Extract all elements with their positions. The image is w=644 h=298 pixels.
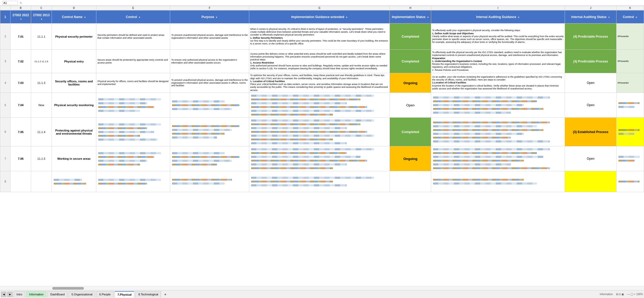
cell-b7[interactable]: 7.06 — [10, 146, 31, 171]
cell-k8[interactable] — [617, 171, 644, 192]
cell-e3[interactable]: Secure areas should be protected by appr… — [96, 50, 170, 73]
cell-h4[interactable]: Ongoing — [390, 73, 431, 93]
cell-h6[interactable]: Completed — [390, 118, 431, 146]
col-k-letter[interactable]: K — [617, 6, 644, 10]
cell-d7[interactable]: Working in secure areas — [52, 146, 96, 171]
filter-arrow-b[interactable]: ▼ — [20, 18, 22, 20]
cell-e5[interactable] — [96, 93, 170, 118]
tab-nav-prev[interactable]: ◀ — [1, 292, 6, 297]
header-col-h[interactable]: Implementation Status ▼ — [390, 10, 431, 24]
filter-arrow-e[interactable]: ▼ — [138, 16, 141, 19]
tab-intro[interactable]: Intro — [14, 291, 25, 297]
cell-d3[interactable]: Physical entry — [52, 50, 96, 73]
cell-g5[interactable] — [249, 93, 390, 118]
cell-g7[interactable] — [249, 146, 390, 171]
cell-i8[interactable] — [431, 171, 565, 192]
cell-b8[interactable] — [10, 171, 31, 192]
cell-b4[interactable]: 7.03 — [10, 73, 31, 93]
cell-j5[interactable]: Open — [565, 93, 617, 118]
cell-h3[interactable]: Completed — [390, 50, 431, 73]
cell-e2[interactable]: Security perimeters should be defined an… — [96, 24, 170, 50]
header-col-k[interactable]: Control ▼ — [617, 10, 644, 24]
header-col-f[interactable]: Purpose ▼ — [170, 10, 249, 24]
cell-g2[interactable]: When it comes to physical security, it's… — [249, 24, 390, 50]
cell-i2[interactable]: To effectively audit your organization's… — [431, 24, 565, 50]
col-h-letter[interactable]: H — [390, 6, 431, 10]
cell-c6[interactable]: 11.1.4 — [31, 118, 52, 146]
cell-j6[interactable]: (3) Established Process — [565, 118, 617, 146]
header-col-i[interactable]: Internal Auditing Guidance ▼ — [431, 10, 565, 24]
header-col-d[interactable]: Control Name ▼ — [52, 10, 96, 24]
tab-dashboard[interactable]: DashBoard — [47, 291, 68, 297]
cell-g8[interactable] — [249, 171, 390, 192]
cell-d4[interactable]: Security offices, rooms and facilities — [52, 73, 96, 93]
cell-c2[interactable]: 11.1.1 — [31, 24, 52, 50]
cell-b6[interactable]: 7.05 — [10, 118, 31, 146]
header-col-b[interactable]: 27002 2022 ▼ — [10, 10, 31, 24]
cell-k6[interactable] — [617, 118, 644, 146]
cell-e8[interactable] — [96, 171, 170, 192]
col-d-letter[interactable]: D — [52, 6, 96, 10]
cell-e7[interactable] — [96, 146, 170, 171]
cell-d5[interactable]: Physical security monitoring — [52, 93, 96, 118]
filter-arrow-k[interactable]: ▼ — [635, 16, 637, 19]
cell-h8[interactable] — [390, 171, 431, 192]
filter-arrow-g[interactable]: ▼ — [346, 16, 348, 19]
cell-j4[interactable]: Open — [565, 73, 617, 93]
filter-arrow-c[interactable]: ▼ — [41, 18, 43, 20]
tab-people[interactable]: 6.People — [96, 291, 113, 297]
tab-organizational[interactable]: 5.Organizational — [69, 291, 95, 297]
cell-h5[interactable]: Open — [390, 93, 431, 118]
filter-arrow-h[interactable]: ▼ — [427, 16, 429, 19]
col-j-letter[interactable]: J — [565, 6, 617, 10]
cell-j2[interactable]: (4) Predictable Process — [565, 24, 617, 50]
cell-reference[interactable] — [2, 1, 18, 5]
horizontal-scrollbar[interactable] — [0, 286, 644, 290]
cell-k3[interactable]: #Preventiv — [617, 50, 644, 73]
cell-d2[interactable]: Physical security perimeter — [52, 24, 96, 50]
cell-d6[interactable]: Protecting against physical and environm… — [52, 118, 96, 146]
scrollbar-thumb[interactable] — [52, 287, 84, 290]
cell-j3[interactable]: (4) Predictable Process — [565, 50, 617, 73]
cell-b2[interactable]: 7.01 — [10, 24, 31, 50]
cell-j8[interactable] — [565, 171, 617, 192]
cell-f5[interactable] — [170, 93, 249, 118]
tab-physical[interactable]: 7.Physical — [115, 291, 135, 297]
cell-d8[interactable] — [52, 171, 96, 192]
cell-k2[interactable]: #Preventiv — [617, 24, 644, 50]
cell-i5[interactable] — [431, 93, 565, 118]
tab-technological[interactable]: 8.Technological — [135, 291, 161, 297]
filter-arrow-i[interactable]: ▼ — [518, 16, 520, 19]
header-col-e[interactable]: Control ▼ — [96, 10, 170, 24]
cell-b3[interactable]: 7.02 — [10, 50, 31, 73]
cell-c3[interactable]: 11.1.2 11.1.6 — [31, 50, 52, 73]
cell-b5[interactable]: 7.04 — [10, 93, 31, 118]
col-b-letter[interactable]: B — [10, 6, 31, 10]
cell-c7[interactable]: 11.1.5 — [31, 146, 52, 171]
cell-f4[interactable]: To prevent unauthorized physical access,… — [170, 73, 249, 93]
cell-i3[interactable]: To effectively audit the physical securi… — [431, 50, 565, 73]
filter-arrow-d[interactable]: ▼ — [84, 16, 86, 19]
cell-f6[interactable] — [170, 118, 249, 146]
cell-f3[interactable]: To ensure only authorized physical acces… — [170, 50, 249, 73]
cell-c8[interactable] — [31, 171, 52, 192]
cell-k5[interactable] — [617, 93, 644, 118]
filter-arrow-f[interactable]: ▼ — [215, 16, 218, 19]
cell-j7[interactable]: Open — [565, 146, 617, 171]
cell-i6[interactable] — [431, 118, 565, 146]
tab-nav-next[interactable]: ▶ — [7, 292, 13, 297]
col-f-letter[interactable]: F — [170, 6, 249, 10]
cell-f7[interactable] — [170, 146, 249, 171]
cell-c4[interactable]: 11.1.3 — [31, 73, 52, 93]
header-col-g[interactable]: Implementation Guidance extended ▼ — [249, 10, 390, 24]
col-c-letter[interactable]: C — [31, 6, 52, 10]
cell-g6[interactable] — [249, 118, 390, 146]
cell-h7[interactable]: Ongoing — [390, 146, 431, 171]
cell-e4[interactable]: Physical security for offices, rooms and… — [96, 73, 170, 93]
cell-e6[interactable] — [96, 118, 170, 146]
cell-i4[interactable]: As an auditor, your role involves review… — [431, 73, 565, 93]
tab-add-button[interactable]: + — [162, 291, 168, 297]
cell-f8[interactable] — [170, 171, 249, 192]
filter-arrow-j[interactable]: ▼ — [608, 16, 610, 19]
cell-k7[interactable] — [617, 146, 644, 171]
